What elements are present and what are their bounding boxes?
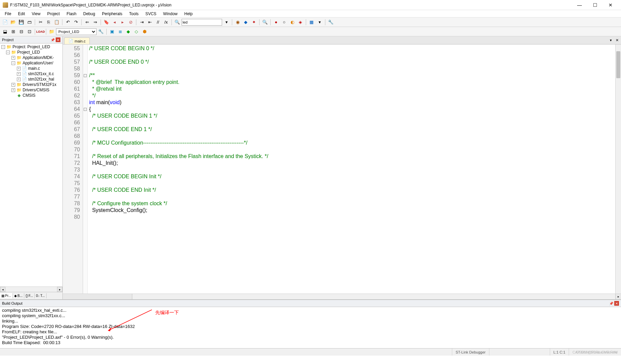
configure-icon[interactable]: 🔧 (327, 19, 334, 26)
panel-pin-icon[interactable]: 📌 (50, 37, 55, 42)
sidebar-tab[interactable]: 0↓T... (35, 293, 47, 298)
menu-window[interactable]: Window (160, 11, 181, 17)
tree-item[interactable]: +📁Drivers/CMSIS (0, 87, 62, 93)
save-icon[interactable]: 💾 (18, 19, 25, 26)
tree-hscroll[interactable]: ◂▸ (0, 286, 62, 292)
pack-icon[interactable]: ◆ (125, 28, 132, 35)
main-area: Project 📌 ✕ −📁Project: Project_LED−📁Proj… (0, 36, 621, 299)
tree-item[interactable]: +📁Drivers/STM32F1x (0, 82, 62, 87)
build-icon[interactable]: ⊞ (9, 28, 17, 35)
git-icon[interactable]: ⬢ (141, 28, 148, 35)
output-close-icon[interactable]: ✕ (614, 301, 619, 306)
menu-debug[interactable]: Debug (80, 11, 99, 17)
tab-close-icon[interactable]: ✕ (614, 37, 620, 43)
rebuild-icon[interactable]: ⊟ (18, 28, 25, 35)
uncomment-icon[interactable]: /x (162, 19, 170, 26)
sidebar-tab[interactable]: {}F... (24, 293, 35, 298)
tree-item[interactable]: +📄stm32f1xx_it.c (0, 71, 62, 77)
tree-item[interactable]: +📄stm32f1xx_hal (0, 77, 62, 82)
layout-dropdown-icon[interactable]: ▾ (316, 19, 323, 26)
menu-peripherals[interactable]: Peripherals (99, 11, 126, 17)
window-layout-icon[interactable]: ▦ (308, 19, 315, 26)
download-icon[interactable]: LOAD (37, 28, 44, 35)
nav-back-icon[interactable]: ⇐ (83, 19, 91, 26)
record-icon[interactable]: ● (272, 19, 280, 26)
copy-icon[interactable]: ⎘ (45, 19, 52, 26)
find-icon[interactable]: 🔍 (173, 19, 181, 26)
cut-icon[interactable]: ✂ (37, 19, 44, 26)
watermark: CSDN @Please-trust-me (576, 350, 618, 354)
menu-view[interactable]: View (28, 11, 44, 17)
menu-tools[interactable]: Tools (126, 11, 142, 17)
sidebar-tab[interactable]: ▦Pr... (0, 293, 13, 298)
menubar: FileEditViewProjectFlashDebugPeripherals… (0, 10, 621, 18)
tree-item[interactable]: −📁Project_LED (0, 50, 62, 55)
save-all-icon[interactable]: 🗃 (26, 19, 33, 26)
rte-icon[interactable]: ◇ (133, 28, 140, 35)
outdent-icon[interactable]: ⇤ (146, 19, 154, 26)
project-panel-title: Project (2, 38, 14, 42)
tree-item[interactable]: +📁Application/MDK- (0, 55, 62, 60)
new-file-icon[interactable]: 📄 (1, 19, 9, 26)
maximize-button[interactable]: ☐ (587, 0, 603, 10)
redo-icon[interactable]: ↷ (72, 19, 80, 26)
find-dropdown-icon[interactable]: ▾ (223, 19, 230, 26)
tree-item[interactable]: +📄main.c (0, 66, 62, 71)
target-icon[interactable]: 📁 (48, 28, 55, 35)
translate-icon[interactable]: ⬓ (1, 28, 9, 35)
undo-icon[interactable]: ↶ (64, 19, 72, 26)
editor-vscroll[interactable] (615, 44, 621, 294)
debug-session-icon[interactable]: ◉ (234, 19, 241, 26)
comment-icon[interactable]: // (154, 19, 162, 26)
nav-fwd-icon[interactable]: ⇒ (91, 19, 99, 26)
menu-svcs[interactable]: SVCS (142, 11, 160, 17)
books-icon[interactable]: ≣ (116, 28, 124, 35)
tree-item[interactable]: −📁Application/User/ (0, 60, 62, 66)
target-options-icon[interactable]: 🔍 (261, 19, 269, 26)
output-pin-icon[interactable]: 📌 (609, 301, 614, 306)
find-input[interactable] (182, 19, 222, 26)
target-opt-icon[interactable]: 🔧 (97, 28, 105, 35)
tree-item[interactable]: −📁Project: Project_LED (0, 44, 62, 50)
breakpoint-icon[interactable]: ◆ (242, 19, 249, 26)
output-title: Build Output (2, 301, 23, 305)
tree-item[interactable]: ◆CMSIS (0, 93, 62, 98)
menu-help[interactable]: Help (181, 11, 196, 17)
panel-close-icon[interactable]: ✕ (56, 37, 60, 42)
build-toolbar: ⬓ ⊞ ⊟ ⊡ LOAD 📁 Project_LED 🔧 ▣ ≣ ◆ ◇ ⬢ (0, 27, 621, 36)
menu-flash[interactable]: Flash (63, 11, 80, 17)
code-view[interactable]: 5556575859606162636465666768697071727374… (63, 44, 621, 294)
bookmark-icon[interactable]: 🔖 (103, 19, 110, 26)
coverage-icon[interactable]: ◈ (297, 19, 304, 26)
analyzer-icon[interactable]: ◐ (289, 19, 296, 26)
tab-menu-icon[interactable]: ▾ (608, 37, 614, 43)
project-tree[interactable]: −📁Project: Project_LED−📁Project_LED+📁App… (0, 43, 62, 286)
batch-build-icon[interactable]: ⊡ (26, 28, 33, 35)
target-select[interactable]: Project_LED (56, 28, 97, 35)
indent-icon[interactable]: ⇥ (138, 19, 145, 26)
build-output-panel: Build Output 📌 ✕ 先编译一下 compiling stm32f1… (0, 299, 621, 348)
sidebar-tab[interactable]: ◆B... (13, 293, 24, 298)
file-icon: 📄 (69, 39, 73, 43)
project-panel-header: Project 📌 ✕ (0, 36, 62, 43)
tab-label: main.c (75, 39, 85, 43)
menu-file[interactable]: File (1, 11, 15, 17)
stop-record-icon[interactable]: ○ (280, 19, 288, 26)
fold-gutter[interactable]: -- (83, 44, 88, 294)
bookmark-prev-icon[interactable]: ◂ (111, 19, 118, 26)
tab-main-c[interactable]: 📄 main.c (64, 37, 90, 44)
bookmark-next-icon[interactable]: ▸ (119, 19, 126, 26)
editor-hscroll[interactable]: ▸ (63, 294, 621, 299)
minimize-button[interactable]: ― (572, 0, 587, 10)
status-debugger: ST-Link Debugger (452, 348, 489, 356)
menu-project[interactable]: Project (44, 11, 63, 17)
menu-edit[interactable]: Edit (15, 11, 28, 17)
paste-icon[interactable]: 📋 (53, 19, 60, 26)
close-button[interactable]: ✕ (603, 0, 618, 10)
open-file-icon[interactable]: 📂 (9, 19, 17, 26)
code-text[interactable]: /* USER CODE BEGIN 0 *//* USER CODE END … (88, 44, 621, 294)
options-icon[interactable]: ✦ (250, 19, 258, 26)
bookmark-clear-icon[interactable]: ⊘ (127, 19, 134, 26)
manage-icon[interactable]: ▣ (108, 28, 116, 35)
output-text[interactable]: 先编译一下 compiling stm32f1xx_hal_exti.c...c… (0, 307, 621, 348)
